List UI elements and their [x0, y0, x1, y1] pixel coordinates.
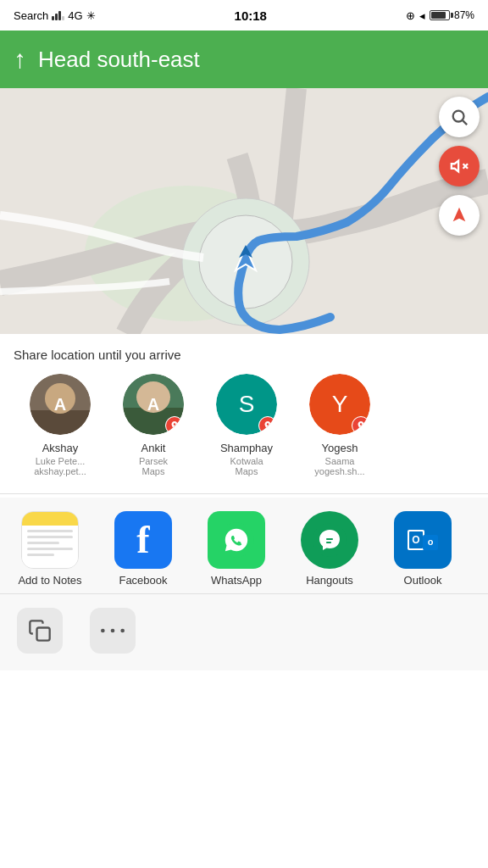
notes-icon: [21, 511, 79, 569]
hangouts-icon: [301, 511, 358, 569]
signal-bars: [52, 11, 64, 20]
svg-point-23: [111, 629, 115, 633]
nav-bar: ↑ Head south-east: [0, 31, 488, 88]
contact-item[interactable]: A Akshay Luke Pete... akshay.pet...: [14, 374, 107, 476]
contact-platform: Maps: [236, 466, 258, 476]
contact-sub: Luke Pete...: [36, 456, 86, 466]
outlook-icon: O o: [394, 511, 452, 569]
app-share-row: Add to Notes f Facebook WhatsApp: [0, 511, 488, 587]
hangouts-label: Hangouts: [306, 574, 353, 587]
bottom-row: [0, 593, 488, 670]
copy-icon: [17, 608, 63, 654]
status-bar: Search 4G ✳ 10:18 ⊕ ◂ 87%: [0, 0, 488, 31]
contact-name: Shamphay: [220, 442, 273, 456]
svg-point-24: [120, 629, 125, 633]
share-section: Share location until you arrive A Akshay…: [0, 334, 488, 490]
contact-email: yogesh.sh...: [314, 466, 364, 476]
contact-avatar: Y: [309, 374, 370, 435]
location-button[interactable]: [439, 195, 480, 236]
copy-item[interactable]: [17, 608, 63, 657]
contact-item[interactable]: S Shamphay Kotwala Maps: [200, 374, 293, 476]
contact-item[interactable]: Y Yogesh Saama yogesh.sh...: [293, 374, 386, 476]
whatsapp-label: WhatsApp: [211, 574, 262, 587]
facebook-label: Facebook: [119, 574, 167, 587]
svg-marker-10: [452, 161, 458, 172]
network-type: 4G: [68, 9, 82, 22]
facebook-icon: f: [114, 511, 172, 569]
share-title: Share location until you arrive: [14, 348, 474, 362]
divider: [0, 493, 488, 494]
nav-arrow-icon: ↑: [14, 45, 26, 74]
maps-badge: [258, 416, 277, 435]
svg-point-8: [453, 111, 464, 122]
carrier-text: Search: [14, 9, 48, 22]
outlook-label: Outlook: [404, 574, 442, 587]
hangouts-app-item[interactable]: Hangouts: [283, 511, 376, 587]
more-item[interactable]: [90, 608, 136, 657]
contact-sub: Saama: [325, 456, 355, 466]
facebook-app-item[interactable]: f Facebook: [97, 511, 190, 587]
contact-sub: Parsek: [139, 456, 168, 466]
contact-name: Akshay: [42, 442, 79, 456]
contact-avatar: A: [30, 374, 91, 435]
status-time: 10:18: [235, 8, 267, 23]
svg-marker-13: [453, 208, 466, 222]
app-share-section: Add to Notes f Facebook WhatsApp: [0, 498, 488, 593]
map-container: [0, 88, 488, 334]
contact-name: Ankit: [141, 442, 166, 456]
mute-button[interactable]: [439, 146, 480, 186]
notes-app-item[interactable]: Add to Notes: [3, 511, 97, 587]
contact-item[interactable]: A Ankit Parsek Maps: [107, 374, 200, 476]
status-left: Search 4G ✳: [14, 9, 96, 22]
contact-platform: Maps: [142, 466, 165, 476]
status-right: ⊕ ◂ 87%: [406, 9, 474, 22]
search-button[interactable]: [439, 97, 480, 137]
notes-label: Add to Notes: [18, 574, 81, 587]
nav-title: Head south-east: [38, 47, 200, 73]
gps-icon: ◂: [419, 9, 425, 22]
more-icon: [90, 608, 136, 654]
battery-indicator: [430, 10, 450, 20]
svg-line-9: [463, 120, 467, 125]
contact-email: akshay.pet...: [34, 466, 86, 476]
contact-name: Yogesh: [322, 442, 358, 456]
svg-point-22: [101, 629, 105, 633]
contact-sub: Kotwala: [230, 456, 263, 466]
contacts-row[interactable]: A Akshay Luke Pete... akshay.pet... A: [14, 374, 474, 483]
whatsapp-icon: [208, 511, 265, 569]
svg-text:O: O: [412, 534, 419, 546]
svg-text:o: o: [428, 537, 434, 547]
outlook-app-item[interactable]: O o Outlook: [376, 511, 469, 587]
fab-buttons: [439, 97, 480, 236]
maps-badge: [352, 416, 370, 435]
battery-text: 87%: [454, 9, 474, 21]
svg-rect-21: [37, 627, 50, 640]
wifi-icon: ✳: [86, 9, 96, 22]
contact-avatar: S: [216, 374, 277, 435]
location-icon: ⊕: [406, 9, 415, 22]
whatsapp-app-item[interactable]: WhatsApp: [190, 511, 283, 587]
map-svg: [0, 88, 488, 334]
maps-badge: [165, 416, 184, 435]
contact-avatar: A: [123, 374, 184, 435]
